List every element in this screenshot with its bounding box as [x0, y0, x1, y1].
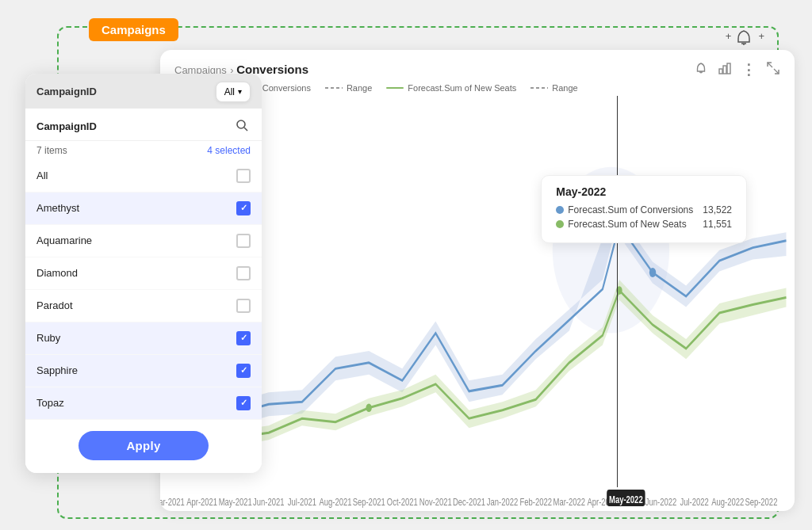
svg-point-10	[237, 120, 245, 128]
legend-dash-blue	[325, 87, 343, 89]
tooltip-box: May-2022 Forecast.Sum of Conversions 13,…	[541, 175, 747, 243]
more-options-icon[interactable]: ⋮	[741, 61, 756, 78]
campaigns-label: Campaigns	[89, 18, 178, 41]
tooltip-conversions-text: Forecast.Sum of Conversions	[568, 204, 693, 215]
svg-rect-6	[727, 63, 730, 74]
chevron-down-icon: ▾	[238, 87, 242, 96]
green-dot	[366, 403, 371, 411]
x-label-18: Sep-2022	[745, 494, 777, 506]
filter-item-paradot-label: Paradot	[36, 299, 73, 311]
x-label-17: Aug-2022	[711, 494, 744, 506]
filter-checkbox-amethyst[interactable]	[236, 201, 251, 215]
filter-item-aquamarine-label: Aquamarine	[36, 234, 92, 246]
legend-dash-green	[530, 87, 548, 89]
items-count: 7 items	[36, 145, 67, 156]
x-label-4: Jul-2021	[288, 494, 316, 506]
svg-rect-4	[719, 69, 722, 74]
x-label-10: Jan-2022	[487, 494, 518, 506]
legend-line-green	[386, 87, 404, 89]
legend-range2-label: Range	[552, 83, 577, 93]
chart-add-icon	[733, 26, 755, 53]
selected-count: 4 selected	[207, 145, 251, 156]
filter-checkbox-topaz[interactable]	[236, 396, 251, 410]
svg-line-11	[244, 128, 247, 131]
tooltip-date: May-2022	[556, 185, 732, 198]
filter-item-amethyst-label: Amethyst	[36, 202, 79, 214]
tooltip-dot-blue	[556, 206, 564, 214]
tooltip-newseats-value: 11,551	[703, 219, 732, 230]
filter-item-ruby[interactable]: Ruby	[25, 322, 262, 355]
tooltip-row-newseats: Forecast.Sum of New Seats 11,551	[556, 219, 732, 230]
filter-checkbox-all[interactable]	[236, 169, 251, 183]
filter-checkbox-paradot[interactable]	[236, 299, 251, 313]
campaign-id-dropdown[interactable]: All ▾	[216, 82, 251, 102]
barchart-icon[interactable]	[718, 61, 732, 78]
filter-checkbox-ruby[interactable]	[236, 331, 251, 345]
filter-checkbox-aquamarine[interactable]	[236, 234, 251, 248]
filter-item-amethyst[interactable]: Amethyst	[25, 193, 262, 225]
chart-toolbar: ⋮	[694, 61, 780, 78]
filter-item-ruby-label: Ruby	[36, 332, 60, 344]
tooltip-label-conversions: Forecast.Sum of Conversions	[556, 204, 693, 215]
tooltip-newseats-text: Forecast.Sum of New Seats	[568, 219, 686, 230]
filter-item-paradot[interactable]: Paradot	[25, 290, 262, 322]
x-label-6: Sep-2021	[353, 494, 385, 506]
tooltip-conversions-value: 13,522	[703, 204, 732, 215]
x-label-1: Apr-2021	[186, 494, 217, 506]
filter-search-row: CampaignID	[25, 109, 262, 141]
blue-dot	[649, 268, 656, 277]
campaign-id-value: All	[224, 86, 235, 97]
add-plus-icon2: +	[758, 30, 764, 42]
x-label-15: Jun-2022	[645, 494, 676, 506]
filter-item-sapphire-label: Sapphire	[36, 364, 78, 376]
add-plus-icon: +	[726, 30, 732, 42]
filter-item-diamond-label: Diamond	[36, 267, 78, 279]
x-label-16: Jul-2022	[680, 494, 709, 506]
filter-panel: CampaignID All ▾ CampaignID 7 items 4 se…	[25, 74, 262, 473]
legend-range2: Range	[530, 83, 577, 93]
filter-item-all-label: All	[36, 170, 48, 181]
svg-line-8	[774, 69, 779, 74]
tooltip-label-newseats: Forecast.Sum of New Seats	[556, 219, 686, 230]
tooltip-row-conversions: Forecast.Sum of Conversions 13,522	[556, 204, 732, 215]
x-label-2: May-2021	[219, 494, 252, 506]
filter-item-diamond[interactable]: Diamond	[25, 257, 262, 290]
add-icon-area: + +	[726, 26, 764, 53]
x-label-5: Aug-2021	[320, 494, 352, 506]
x-label-8: Nov-2021	[419, 494, 452, 506]
filter-checkbox-diamond[interactable]	[236, 266, 251, 280]
x-label-12: Mar-2022	[553, 494, 585, 506]
expand-icon[interactable]	[766, 61, 780, 78]
legend-newseats-label: Forecast.Sum of New Seats	[408, 83, 516, 93]
filter-item-topaz-label: Topaz	[36, 397, 64, 409]
filter-item-aquamarine[interactable]: Aquamarine	[25, 225, 262, 257]
filter-header-title: CampaignID	[36, 86, 97, 97]
apply-button-area: Apply	[25, 420, 262, 473]
filter-column-label: CampaignID	[36, 120, 97, 132]
filter-item-all[interactable]: All	[25, 160, 262, 193]
tooltip-vertical-line	[617, 96, 618, 487]
legend-range1: Range	[325, 83, 372, 93]
filter-item-topaz[interactable]: Topaz	[25, 387, 262, 420]
tooltip-dot-green	[556, 220, 564, 228]
bell-icon[interactable]	[694, 61, 708, 78]
filter-search-button[interactable]	[233, 116, 251, 137]
x-label-11: Feb-2022	[519, 494, 551, 506]
x-label-3: Jun-2021	[253, 494, 284, 506]
filter-checkbox-sapphire[interactable]	[236, 364, 251, 378]
legend-newseats: Forecast.Sum of New Seats	[386, 83, 516, 93]
filter-stats-row: 7 items 4 selected	[25, 141, 262, 160]
svg-line-7	[768, 63, 772, 67]
svg-rect-5	[723, 66, 726, 74]
x-label-14: May-2022	[609, 492, 643, 504]
filter-items-list: All Amethyst Aquamarine Diamond Paradot	[25, 160, 262, 420]
x-label-9: Dec-2021	[453, 494, 485, 506]
apply-button[interactable]: Apply	[79, 431, 208, 460]
filter-item-sapphire[interactable]: Sapphire	[25, 355, 262, 387]
filter-panel-header: CampaignID All ▾	[25, 74, 262, 109]
legend-range1-label: Range	[347, 83, 372, 93]
x-label-0: Mar-2021	[160, 494, 185, 506]
x-label-7: Oct-2021	[387, 494, 418, 506]
